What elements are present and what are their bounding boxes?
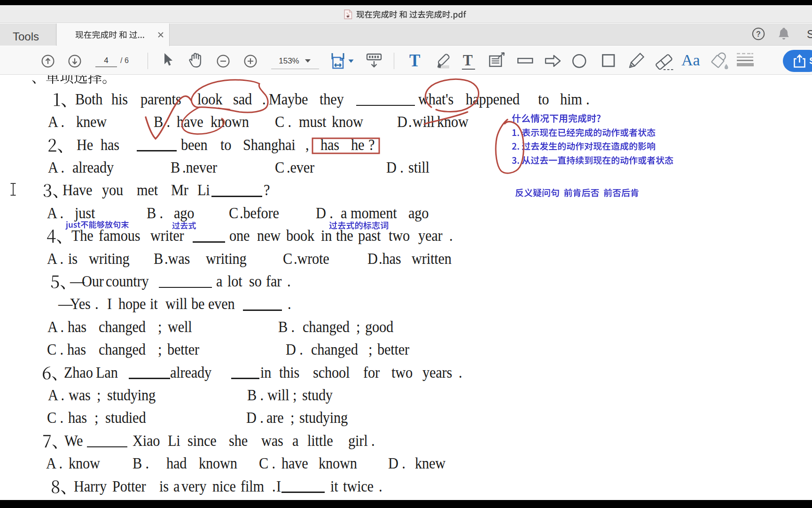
svg-text:?: ? [756,30,761,38]
